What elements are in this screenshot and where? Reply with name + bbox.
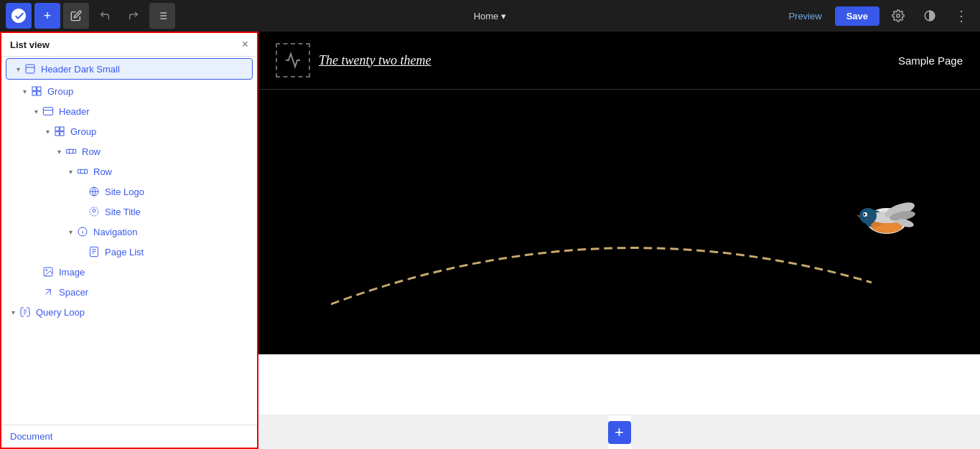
tree-item-site-logo[interactable]: Site Logo <box>1 181 257 202</box>
tree-item-row-1[interactable]: ▾ Row <box>1 141 257 161</box>
undo-button[interactable] <box>92 3 118 29</box>
svg-rect-16 <box>55 127 59 131</box>
hero-section <box>258 89 980 354</box>
main-toolbar: + Home ▾ Preview Save ⋮ <box>0 0 980 32</box>
tree-label: Navigation <box>93 227 251 237</box>
settings-button[interactable] <box>885 3 911 29</box>
chevron-icon: ▾ <box>12 63 24 75</box>
chevron-down-icon: ▾ <box>501 11 506 22</box>
home-label: Home <box>474 11 499 22</box>
list-view-panel: List view × ▾ Header Dark Small ▾ Group <box>0 32 258 449</box>
panel-close-button[interactable]: × <box>242 39 248 50</box>
chevron-icon: ▾ <box>42 126 53 137</box>
svg-point-48 <box>864 213 866 215</box>
main-layout: List view × ▾ Header Dark Small ▾ Group <box>0 32 980 449</box>
redo-button[interactable] <box>121 3 146 29</box>
save-button[interactable]: Save <box>835 6 879 26</box>
svg-rect-17 <box>60 127 64 131</box>
spacer <box>30 266 42 278</box>
chevron-icon: ▾ <box>65 166 76 177</box>
site-logo <box>276 43 310 77</box>
svg-rect-18 <box>55 132 59 136</box>
svg-rect-20 <box>66 149 75 153</box>
svg-rect-14 <box>43 108 52 115</box>
svg-point-37 <box>46 270 47 271</box>
tree-item-image[interactable]: Image <box>1 262 257 282</box>
query-loop-icon <box>19 306 32 318</box>
row-icon <box>76 165 89 178</box>
tree-item-site-title[interactable]: Site Title <box>1 202 257 222</box>
site-title-icon <box>88 205 101 218</box>
group-icon <box>30 85 43 98</box>
tree-item-navigation[interactable]: ▾ Navigation <box>1 222 257 242</box>
svg-rect-19 <box>60 132 64 136</box>
toolbar-center: Home ▾ <box>467 6 514 26</box>
list-view-button[interactable] <box>149 3 175 29</box>
group-icon <box>53 125 66 138</box>
row-icon <box>65 145 78 158</box>
bottom-bar: + <box>608 415 631 449</box>
page-list-icon <box>88 245 101 258</box>
svg-point-46 <box>859 208 877 224</box>
site-logo-icon <box>88 185 101 198</box>
tree-label: Site Title <box>105 207 251 217</box>
tree-item-header-dark-small[interactable]: ▾ Header Dark Small <box>6 58 253 80</box>
tree-item-spacer[interactable]: Spacer <box>1 282 257 302</box>
tree-item-query-loop[interactable]: ▾ Query Loop <box>1 302 257 322</box>
more-options-button[interactable]: ⋮ <box>948 3 974 29</box>
tree-label: Group <box>70 126 251 137</box>
panel-footer[interactable]: Document <box>1 425 257 448</box>
nav-item: Sample Page <box>898 55 963 67</box>
chevron-icon: ▾ <box>19 85 30 97</box>
tree-label: Header Dark Small <box>41 64 246 75</box>
panel-header: List view × <box>1 33 257 57</box>
tree-label: Site Logo <box>105 186 251 197</box>
tree-view: ▾ Header Dark Small ▾ Group ▾ <box>1 57 257 425</box>
svg-point-6 <box>897 14 900 18</box>
tree-item-group-2[interactable]: ▾ Group <box>1 121 257 141</box>
svg-rect-32 <box>90 247 98 256</box>
site-logo-area: The twenty two theme <box>276 43 431 77</box>
svg-rect-10 <box>32 87 36 90</box>
edit-button[interactable] <box>63 3 89 29</box>
chevron-icon: ▾ <box>7 306 19 318</box>
preview-button[interactable]: Preview <box>781 6 829 26</box>
tree-label: Image <box>59 267 251 278</box>
wp-canvas: The twenty two theme Sample Page <box>258 32 980 415</box>
tree-label: Row <box>82 146 251 157</box>
svg-point-28 <box>90 207 98 216</box>
add-block-button[interactable]: + <box>608 421 631 444</box>
site-header: The twenty two theme Sample Page <box>258 32 980 89</box>
svg-point-29 <box>93 209 95 212</box>
chevron-icon: ▾ <box>65 226 76 237</box>
tree-label: Spacer <box>59 287 251 298</box>
tree-item-page-list[interactable]: Page List <box>1 242 257 262</box>
contrast-button[interactable] <box>917 3 943 29</box>
spacer <box>76 186 88 197</box>
svg-rect-11 <box>37 87 41 90</box>
home-nav-button[interactable]: Home ▾ <box>467 6 514 26</box>
site-title: The twenty two theme <box>319 53 431 68</box>
wp-logo[interactable] <box>6 3 32 29</box>
panel-title: List view <box>10 39 50 50</box>
navigation-icon <box>76 225 89 238</box>
template-icon <box>24 62 37 75</box>
add-block-toolbar-button[interactable]: + <box>34 3 60 29</box>
svg-rect-12 <box>32 92 36 95</box>
tree-item-row-2[interactable]: ▾ Row <box>1 161 257 181</box>
image-icon <box>42 265 55 278</box>
svg-line-38 <box>46 290 51 295</box>
tree-label: Group <box>47 86 251 97</box>
tree-item-header-1[interactable]: ▾ Header <box>1 101 257 121</box>
chevron-icon: ▾ <box>30 105 42 117</box>
spacer <box>76 246 88 257</box>
svg-marker-49 <box>857 214 859 217</box>
toolbar-right: Preview Save ⋮ <box>781 3 974 29</box>
svg-rect-8 <box>26 65 34 73</box>
bird-image <box>836 181 923 263</box>
tree-item-group-1[interactable]: ▾ Group <box>1 81 257 101</box>
spacer <box>30 286 42 298</box>
canvas-area: The twenty two theme Sample Page <box>258 32 980 449</box>
spacer <box>76 206 88 217</box>
document-label: Document <box>10 431 52 442</box>
